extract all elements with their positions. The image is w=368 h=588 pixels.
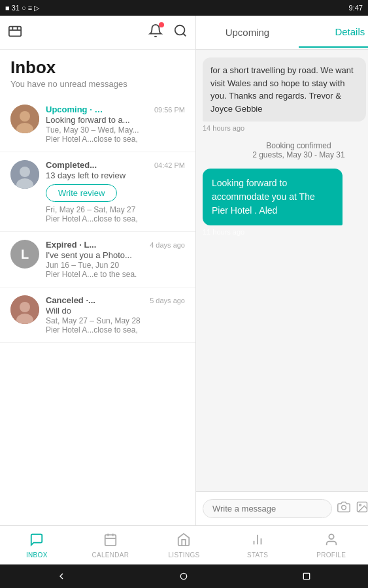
message-dates: Tue, May 30 – Wed, May... — [46, 125, 185, 135]
list-item[interactable]: Completed... 04:42 PM 13 days left to re… — [0, 152, 195, 232]
sent-bubble-wrapper: Looking forward to accommodate you at Th… — [203, 169, 367, 236]
received-bubble: for a short travelling by road. We want … — [203, 57, 368, 132]
svg-rect-17 — [105, 534, 116, 546]
nav-label-stats: STATS — [247, 551, 268, 559]
left-header — [0, 16, 195, 50]
nav-label-profile: PROFILE — [316, 551, 346, 559]
message-preview: I've sent you a Photo... — [46, 250, 185, 260]
nav-label-listings: LISTINGS — [169, 551, 200, 559]
sent-message-row: Looking forward to accommodate you at Th… — [203, 169, 368, 236]
message-location: Pier Hotel A...close to sea, — [46, 214, 185, 223]
message-content: Completed... 04:42 PM 13 days left to re… — [46, 160, 185, 223]
message-input-area: Send — [196, 491, 368, 525]
nav-item-stats[interactable]: STATS — [221, 526, 295, 564]
right-panel: Upcoming Details for a short travelling … — [196, 16, 368, 525]
svg-point-9 — [20, 302, 30, 312]
system-bar — [0, 564, 368, 588]
message-label: Completed... — [46, 160, 97, 170]
calendar-nav-icon — [103, 532, 118, 550]
message-location: Pier Hotel A...e to the sea. — [46, 270, 185, 279]
svg-point-3 — [20, 111, 30, 122]
nav-label-calendar: CALENDAR — [92, 551, 129, 559]
messages-list: Upcoming · … 09:56 PM Looking forward to… — [0, 97, 195, 525]
stats-nav-icon — [250, 532, 265, 550]
status-time: 9:47 — [349, 4, 363, 12]
inbox-title-area: Inbox You have no unread messages — [0, 50, 195, 97]
bottom-nav: INBOX CALENDAR LISTINGS STATS — [0, 525, 368, 564]
sent-bubble-text: Looking forward to accommodate you at Th… — [203, 169, 343, 225]
message-content: Upcoming · … 09:56 PM Looking forward to… — [46, 105, 185, 144]
message-dates: Fri, May 26 – Sat, May 27 — [46, 205, 185, 214]
message-time: 4 days ago — [150, 241, 185, 249]
list-item[interactable]: Canceled ·... 5 days ago Will do Sat, Ma… — [0, 287, 195, 343]
image-icon[interactable] — [356, 500, 368, 517]
main-area: Inbox You have no unread messages Upcomi… — [0, 16, 368, 525]
booking-line1: Booking confirmed — [203, 141, 368, 150]
avatar: L — [10, 240, 39, 269]
message-preview: Will do — [46, 306, 185, 316]
write-review-button[interactable]: Write review — [46, 184, 117, 202]
list-item[interactable]: Upcoming · … 09:56 PM Looking forward to… — [0, 97, 195, 152]
inbox-header-icon[interactable] — [8, 24, 22, 41]
message-location: Pier Hotel A...close to sea, — [46, 325, 185, 335]
notification-bell[interactable] — [148, 24, 163, 41]
svg-point-14 — [342, 506, 346, 510]
right-tabs: Upcoming Details — [196, 16, 368, 50]
sent-time: 11 hours ago — [203, 228, 367, 236]
status-bar-left: ■ 31 ○ ≡ ▷ — [5, 4, 39, 12]
svg-point-16 — [360, 504, 361, 506]
left-panel: Inbox You have no unread messages Upcomi… — [0, 16, 196, 525]
booking-line2: 2 guests, May 30 - May 31 — [203, 150, 368, 159]
message-preview: 13 days left to review — [46, 171, 185, 180]
bubble-time: 14 hours ago — [203, 124, 368, 132]
message-header: Completed... 04:42 PM — [46, 160, 185, 170]
avatar — [10, 105, 39, 133]
svg-point-6 — [20, 167, 30, 177]
message-preview: Looking forward to a... — [46, 115, 185, 125]
message-dates: Sat, May 27 – Sun, May 28 — [46, 316, 185, 325]
camera-icon[interactable] — [337, 500, 350, 517]
home-button[interactable] — [176, 568, 192, 584]
avatar — [10, 295, 39, 324]
message-time: 04:42 PM — [154, 161, 185, 169]
svg-rect-23 — [303, 573, 309, 579]
svg-rect-0 — [9, 26, 21, 36]
inbox-nav-icon — [29, 532, 44, 550]
notification-dot — [159, 22, 164, 27]
inbox-subtitle: You have no unread messages — [10, 79, 185, 89]
message-time: 5 days ago — [150, 297, 185, 304]
message-label: Upcoming · … — [46, 105, 103, 114]
status-bar: ■ 31 ○ ≡ ▷ 9:47 — [0, 0, 368, 16]
message-content: Canceled ·... 5 days ago Will do Sat, Ma… — [46, 295, 185, 335]
message-label: Canceled ·... — [46, 295, 95, 305]
search-icon[interactable] — [173, 24, 188, 41]
message-dates: Jun 16 – Tue, Jun 20 — [46, 261, 185, 270]
message-input[interactable] — [203, 499, 332, 518]
svg-point-1 — [175, 25, 185, 35]
message-header: Upcoming · … 09:56 PM — [46, 105, 185, 114]
message-content: Expired · L... 4 days ago I've sent you … — [46, 240, 185, 279]
message-time: 09:56 PM — [154, 106, 185, 114]
nav-item-calendar[interactable]: CALENDAR — [74, 526, 148, 564]
inbox-title: Inbox — [10, 57, 185, 78]
profile-nav-icon — [324, 532, 339, 550]
booking-confirmed: Booking confirmed 2 guests, May 30 - May… — [203, 141, 368, 159]
message-header: Canceled ·... 5 days ago — [46, 295, 185, 305]
message-header: Expired · L... 4 days ago — [46, 240, 185, 250]
tab-details[interactable]: Details — [299, 17, 368, 48]
back-button[interactable] — [54, 568, 69, 584]
bubble-text: for a short travelling by road. We want … — [203, 57, 366, 122]
list-item[interactable]: L Expired · L... 4 days ago I've sent yo… — [0, 232, 195, 287]
tab-upcoming[interactable]: Upcoming — [196, 18, 299, 47]
nav-label-inbox: INBOX — [26, 551, 48, 559]
svg-point-22 — [181, 573, 187, 579]
recents-button[interactable] — [299, 568, 314, 584]
nav-item-profile[interactable]: PROFILE — [294, 526, 368, 564]
status-bar-right: 9:47 — [349, 4, 363, 12]
nav-item-inbox[interactable]: INBOX — [0, 526, 74, 564]
message-label: Expired · L... — [46, 240, 96, 250]
svg-point-21 — [329, 534, 333, 538]
chat-area: for a short travelling by road. We want … — [196, 50, 368, 491]
message-location: Pier Hotel A...close to sea, — [46, 135, 185, 144]
nav-item-listings[interactable]: LISTINGS — [147, 526, 221, 564]
